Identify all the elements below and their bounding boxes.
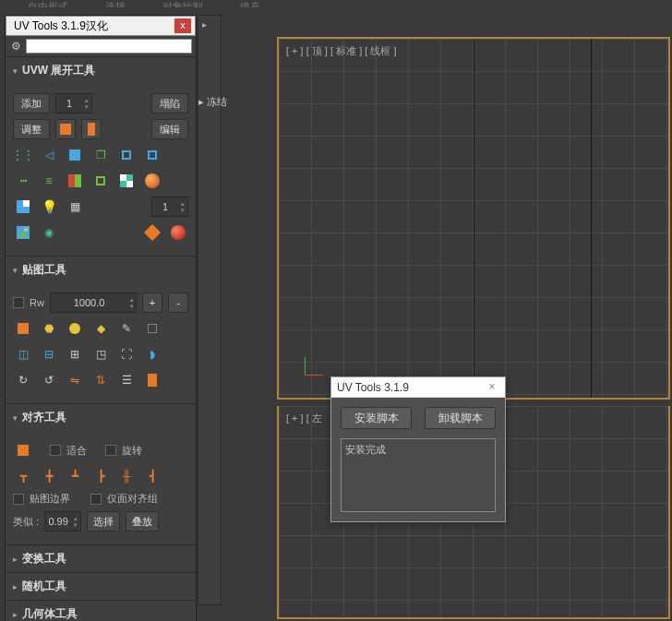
rw-checkbox[interactable] bbox=[13, 297, 24, 308]
spinner-arrows-icon[interactable]: ▴▾ bbox=[127, 296, 136, 309]
orange-rect-icon[interactable] bbox=[81, 119, 102, 139]
chevron-down-icon bbox=[13, 266, 22, 275]
adjust-button[interactable]: 调整 bbox=[13, 119, 50, 139]
minus-button[interactable]: - bbox=[168, 293, 188, 313]
uninstall-button[interactable]: 卸载脚本 bbox=[425, 407, 496, 429]
count-input-2[interactable] bbox=[152, 201, 178, 212]
installer-dialog: UV Tools 3.1.9 × 安装脚本 卸载脚本 安装完成 bbox=[330, 376, 506, 522]
cube-orange-icon[interactable] bbox=[142, 222, 162, 243]
poly-mode-icon[interactable] bbox=[142, 145, 162, 165]
element-mode-icon[interactable]: ❐ bbox=[90, 145, 111, 165]
edit-button[interactable]: 编辑 bbox=[151, 119, 188, 139]
rotate-cw-icon[interactable]: ↻ bbox=[13, 370, 33, 390]
flip-h-icon[interactable]: ⇋ bbox=[65, 370, 85, 390]
box-map-icon[interactable]: ⬣ bbox=[39, 318, 59, 339]
add-count-input[interactable] bbox=[56, 98, 82, 109]
edge-mode-icon[interactable]: ◁ bbox=[39, 145, 59, 165]
close-icon[interactable]: x bbox=[174, 18, 191, 33]
sphere-orange-icon[interactable] bbox=[142, 171, 162, 191]
align-mid-icon[interactable]: ╋ bbox=[39, 466, 59, 486]
layout-icon[interactable] bbox=[13, 318, 33, 339]
menu-item[interactable]: 选择 bbox=[105, 0, 126, 7]
section-header-geometry[interactable]: 几何体工具 bbox=[6, 601, 196, 621]
sphere-red-icon[interactable] bbox=[168, 222, 188, 243]
menu-item[interactable]: 自由形式 bbox=[28, 0, 68, 7]
section-header-random[interactable]: 随机工具 bbox=[6, 573, 196, 600]
section-header-uvw[interactable]: UVW 展开工具 bbox=[6, 57, 196, 84]
collapse-button[interactable]: 塌陷 bbox=[151, 93, 188, 113]
vertex-mode-icon[interactable]: ⋮⋮ bbox=[13, 145, 33, 165]
freeze-label[interactable]: ▸ 冻结 bbox=[197, 93, 229, 111]
similar-input[interactable] bbox=[45, 516, 71, 527]
rotate-checkbox[interactable] bbox=[105, 445, 116, 456]
similar-spinner[interactable]: ▴▾ bbox=[44, 511, 81, 531]
corner-icon[interactable]: ◳ bbox=[90, 344, 111, 364]
viewport-label[interactable]: [ + ] [ 顶 ] [ 标准 ] [ 线框 ] bbox=[286, 44, 397, 58]
face-mode-icon[interactable] bbox=[65, 145, 85, 165]
viewport-label[interactable]: [ + ] [ 左 bbox=[286, 412, 322, 425]
quad-icon[interactable]: ⊞ bbox=[65, 344, 85, 364]
target-icon[interactable] bbox=[142, 318, 162, 339]
panel-titlebar[interactable]: UV Tools 3.1.9汉化 x bbox=[6, 16, 196, 36]
diamond-icon[interactable]: ◆ bbox=[90, 318, 111, 339]
blue-quad-icon[interactable] bbox=[13, 197, 33, 217]
chevron-right-icon[interactable]: ▸ bbox=[198, 16, 221, 33]
select-button[interactable]: 选择 bbox=[87, 511, 120, 531]
spinner-arrows-icon[interactable]: ▴▾ bbox=[71, 515, 80, 528]
align-left-icon[interactable]: ┣ bbox=[90, 466, 111, 486]
section-header-align[interactable]: 对齐工具 bbox=[6, 404, 196, 431]
bulb-icon[interactable]: 💡 bbox=[39, 197, 59, 217]
align-right-icon[interactable]: ┫ bbox=[142, 466, 162, 486]
section-header-transform[interactable]: 变换工具 bbox=[6, 545, 196, 572]
add-button[interactable]: 添加 bbox=[13, 93, 50, 113]
split-v-icon[interactable]: ⊟ bbox=[39, 344, 59, 364]
spinner-arrows-icon[interactable]: ▴▾ bbox=[82, 97, 91, 110]
section-header-map[interactable]: 贴图工具 bbox=[6, 257, 196, 283]
align-bot-icon[interactable]: ┻ bbox=[65, 466, 85, 486]
split-h-icon[interactable]: ◫ bbox=[13, 344, 33, 364]
count-spinner-2[interactable]: ▴▾ bbox=[151, 197, 188, 217]
align-snap-icon[interactable] bbox=[13, 440, 33, 460]
eyedropper-icon[interactable]: ✎ bbox=[116, 318, 137, 339]
list-icon[interactable]: ☰ bbox=[116, 370, 137, 390]
flip-v-icon[interactable]: ⇅ bbox=[90, 370, 111, 390]
green-box-icon[interactable] bbox=[90, 171, 111, 191]
split-icon[interactable] bbox=[65, 171, 85, 191]
rotate-ccw-icon[interactable]: ↺ bbox=[39, 370, 59, 390]
close-icon[interactable]: × bbox=[485, 380, 499, 395]
dialog-title: UV Tools 3.1.9 bbox=[337, 381, 485, 394]
align-top-icon[interactable]: ┳ bbox=[13, 466, 33, 486]
orange-square-icon[interactable] bbox=[55, 119, 76, 139]
onlygroup-checkbox[interactable] bbox=[90, 494, 102, 505]
border-mode-icon[interactable] bbox=[116, 145, 137, 165]
viewport-top[interactable]: [ + ] [ 顶 ] [ 标准 ] [ 线框 ] bbox=[277, 37, 670, 400]
app-menubar: 自由形式 选择 对象绘制 填充 bbox=[0, 0, 672, 7]
gear-icon[interactable]: ⚙ bbox=[9, 40, 22, 53]
dash-icon[interactable]: ┅ bbox=[13, 171, 33, 191]
dialog-titlebar[interactable]: UV Tools 3.1.9 × bbox=[331, 377, 505, 398]
size-spinner[interactable]: ▴▾ bbox=[50, 293, 137, 313]
plus-button[interactable]: + bbox=[142, 293, 162, 313]
align-center-icon[interactable]: ╫ bbox=[116, 466, 137, 486]
grid-icon[interactable]: ▦ bbox=[65, 197, 85, 217]
stack-button[interactable]: 叠放 bbox=[126, 511, 159, 531]
search-input[interactable] bbox=[26, 39, 192, 54]
lines-icon[interactable]: ≡ bbox=[39, 171, 59, 191]
sphere-map-icon[interactable] bbox=[65, 318, 85, 339]
orange-box-icon[interactable] bbox=[142, 370, 162, 390]
spinner-arrows-icon[interactable]: ▴▾ bbox=[178, 200, 187, 213]
image-icon[interactable] bbox=[13, 222, 33, 243]
checker-icon[interactable] bbox=[116, 171, 137, 191]
add-count-spinner[interactable]: ▴▾ bbox=[55, 93, 92, 113]
globe-icon[interactable]: ◉ bbox=[39, 222, 59, 243]
size-input[interactable] bbox=[51, 294, 127, 311]
install-button[interactable]: 安装脚本 bbox=[341, 407, 412, 429]
fit-checkbox[interactable] bbox=[50, 445, 61, 456]
menu-item[interactable]: 对象绘制 bbox=[162, 0, 203, 7]
menu-item[interactable]: 填充 bbox=[240, 0, 260, 7]
curve-icon[interactable]: ◗ bbox=[142, 344, 162, 364]
section-title: 随机工具 bbox=[22, 579, 66, 594]
axis-line bbox=[474, 39, 474, 398]
uvborder-checkbox[interactable] bbox=[13, 494, 24, 505]
focus-icon[interactable]: ⛶ bbox=[116, 344, 137, 364]
